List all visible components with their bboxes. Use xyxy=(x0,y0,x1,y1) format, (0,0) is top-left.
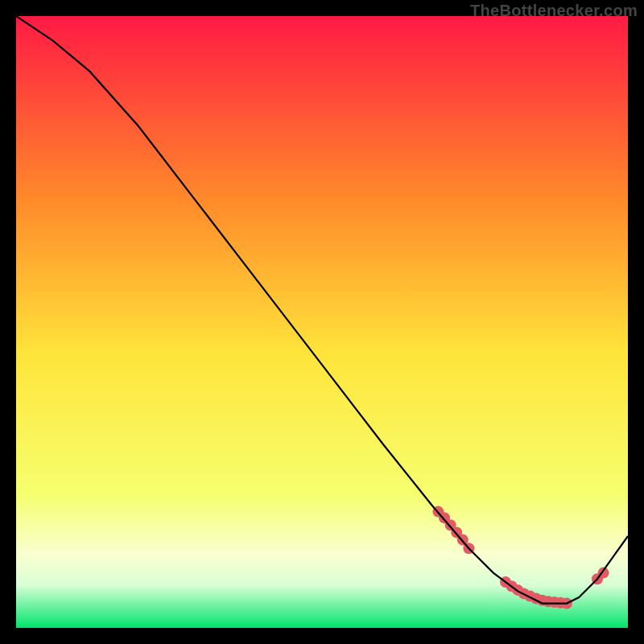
chart-frame: TheBottlenecker.com xyxy=(0,0,644,644)
plot-background xyxy=(16,16,628,628)
gradient-plot xyxy=(16,16,628,628)
